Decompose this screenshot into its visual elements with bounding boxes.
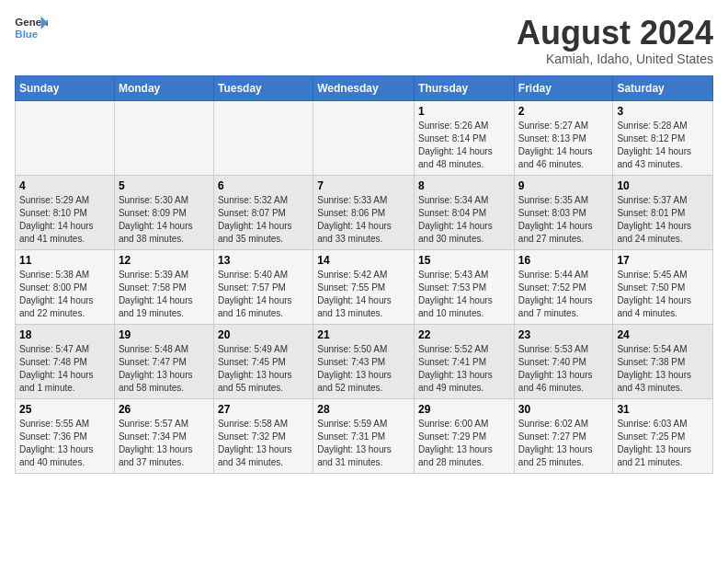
day-number: 30 xyxy=(518,403,609,416)
day-cell: 31Sunrise: 6:03 AMSunset: 7:25 PMDayligh… xyxy=(613,398,713,473)
day-number: 28 xyxy=(317,403,410,416)
day-number: 10 xyxy=(617,179,709,192)
day-number: 25 xyxy=(19,403,110,416)
day-info: Sunrise: 5:59 AMSunset: 7:31 PMDaylight:… xyxy=(317,418,410,469)
page-title: August 2024 xyxy=(517,15,713,52)
day-number: 20 xyxy=(218,328,309,341)
day-cell: 25Sunrise: 5:55 AMSunset: 7:36 PMDayligh… xyxy=(16,398,115,473)
day-header-monday: Monday xyxy=(114,75,213,100)
day-cell xyxy=(313,100,415,175)
day-number: 2 xyxy=(518,105,609,118)
day-info: Sunrise: 5:35 AMSunset: 8:03 PMDaylight:… xyxy=(518,194,609,246)
day-info: Sunrise: 5:38 AMSunset: 8:00 PMDaylight:… xyxy=(19,269,110,320)
day-info: Sunrise: 5:55 AMSunset: 7:36 PMDaylight:… xyxy=(19,418,110,469)
day-number: 22 xyxy=(418,328,510,341)
calendar-table: SundayMondayTuesdayWednesdayThursdayFrid… xyxy=(15,75,713,474)
day-number: 17 xyxy=(617,254,709,267)
day-number: 26 xyxy=(119,403,210,416)
day-number: 11 xyxy=(19,254,110,267)
day-info: Sunrise: 5:53 AMSunset: 7:40 PMDaylight:… xyxy=(518,343,609,395)
day-cell: 2Sunrise: 5:27 AMSunset: 8:13 PMDaylight… xyxy=(514,100,613,175)
day-info: Sunrise: 5:34 AMSunset: 8:04 PMDaylight:… xyxy=(418,194,510,246)
day-cell: 14Sunrise: 5:42 AMSunset: 7:55 PMDayligh… xyxy=(313,249,415,324)
day-header-tuesday: Tuesday xyxy=(213,75,313,100)
day-cell: 24Sunrise: 5:54 AMSunset: 7:38 PMDayligh… xyxy=(613,324,713,398)
svg-text:Blue: Blue xyxy=(15,29,38,40)
day-number: 7 xyxy=(317,179,410,192)
day-info: Sunrise: 6:00 AMSunset: 7:29 PMDaylight:… xyxy=(418,418,510,469)
day-cell: 15Sunrise: 5:43 AMSunset: 7:53 PMDayligh… xyxy=(415,249,515,324)
day-number: 8 xyxy=(418,179,510,192)
page-subtitle: Kamiah, Idaho, United States xyxy=(517,52,713,66)
day-number: 15 xyxy=(418,254,510,267)
week-row-1: 1Sunrise: 5:26 AMSunset: 8:14 PMDaylight… xyxy=(16,100,713,175)
day-info: Sunrise: 5:45 AMSunset: 7:50 PMDaylight:… xyxy=(617,269,709,320)
day-cell: 20Sunrise: 5:49 AMSunset: 7:45 PMDayligh… xyxy=(213,324,313,398)
day-number: 16 xyxy=(518,254,609,267)
day-cell xyxy=(16,100,115,175)
day-cell: 12Sunrise: 5:39 AMSunset: 7:58 PMDayligh… xyxy=(114,249,213,324)
day-info: Sunrise: 5:43 AMSunset: 7:53 PMDaylight:… xyxy=(418,269,510,320)
week-row-3: 11Sunrise: 5:38 AMSunset: 8:00 PMDayligh… xyxy=(16,249,713,324)
day-number: 31 xyxy=(617,403,709,416)
day-cell: 27Sunrise: 5:58 AMSunset: 7:32 PMDayligh… xyxy=(213,398,313,473)
title-area: August 2024 Kamiah, Idaho, United States xyxy=(517,15,713,66)
day-number: 4 xyxy=(19,179,110,192)
day-number: 27 xyxy=(218,403,309,416)
day-cell: 29Sunrise: 6:00 AMSunset: 7:29 PMDayligh… xyxy=(415,398,515,473)
week-row-4: 18Sunrise: 5:47 AMSunset: 7:48 PMDayligh… xyxy=(16,324,713,398)
day-info: Sunrise: 5:54 AMSunset: 7:38 PMDaylight:… xyxy=(617,343,709,395)
day-cell: 11Sunrise: 5:38 AMSunset: 8:00 PMDayligh… xyxy=(16,249,115,324)
day-cell: 5Sunrise: 5:30 AMSunset: 8:09 PMDaylight… xyxy=(114,175,213,249)
day-info: Sunrise: 5:33 AMSunset: 8:06 PMDaylight:… xyxy=(317,194,410,246)
day-cell: 3Sunrise: 5:28 AMSunset: 8:12 PMDaylight… xyxy=(613,100,713,175)
day-number: 23 xyxy=(518,328,609,341)
logo: General Blue xyxy=(15,15,48,42)
day-cell: 26Sunrise: 5:57 AMSunset: 7:34 PMDayligh… xyxy=(114,398,213,473)
day-info: Sunrise: 5:50 AMSunset: 7:43 PMDaylight:… xyxy=(317,343,410,395)
day-cell: 18Sunrise: 5:47 AMSunset: 7:48 PMDayligh… xyxy=(16,324,115,398)
day-number: 14 xyxy=(317,254,410,267)
day-info: Sunrise: 5:39 AMSunset: 7:58 PMDaylight:… xyxy=(119,269,210,320)
day-info: Sunrise: 6:03 AMSunset: 7:25 PMDaylight:… xyxy=(617,418,709,469)
day-cell: 6Sunrise: 5:32 AMSunset: 8:07 PMDaylight… xyxy=(213,175,313,249)
day-info: Sunrise: 5:58 AMSunset: 7:32 PMDaylight:… xyxy=(218,418,309,469)
day-cell: 1Sunrise: 5:26 AMSunset: 8:14 PMDaylight… xyxy=(415,100,515,175)
day-cell xyxy=(213,100,313,175)
day-info: Sunrise: 5:49 AMSunset: 7:45 PMDaylight:… xyxy=(218,343,309,395)
header: General Blue August 2024 Kamiah, Idaho, … xyxy=(15,15,713,66)
day-cell: 10Sunrise: 5:37 AMSunset: 8:01 PMDayligh… xyxy=(613,175,713,249)
day-number: 5 xyxy=(119,179,210,192)
day-number: 29 xyxy=(418,403,510,416)
day-number: 1 xyxy=(418,105,510,118)
day-number: 12 xyxy=(119,254,210,267)
day-cell: 21Sunrise: 5:50 AMSunset: 7:43 PMDayligh… xyxy=(313,324,415,398)
day-info: Sunrise: 6:02 AMSunset: 7:27 PMDaylight:… xyxy=(518,418,609,469)
day-header-wednesday: Wednesday xyxy=(313,75,415,100)
day-number: 21 xyxy=(317,328,410,341)
day-header-sunday: Sunday xyxy=(16,75,115,100)
day-number: 18 xyxy=(19,328,110,341)
day-cell: 16Sunrise: 5:44 AMSunset: 7:52 PMDayligh… xyxy=(514,249,613,324)
day-number: 3 xyxy=(617,105,709,118)
header-row: SundayMondayTuesdayWednesdayThursdayFrid… xyxy=(16,75,713,100)
day-info: Sunrise: 5:37 AMSunset: 8:01 PMDaylight:… xyxy=(617,194,709,246)
day-number: 19 xyxy=(119,328,210,341)
week-row-5: 25Sunrise: 5:55 AMSunset: 7:36 PMDayligh… xyxy=(16,398,713,473)
day-cell: 19Sunrise: 5:48 AMSunset: 7:47 PMDayligh… xyxy=(114,324,213,398)
week-row-2: 4Sunrise: 5:29 AMSunset: 8:10 PMDaylight… xyxy=(16,175,713,249)
day-info: Sunrise: 5:27 AMSunset: 8:13 PMDaylight:… xyxy=(518,120,609,171)
day-number: 13 xyxy=(218,254,309,267)
day-info: Sunrise: 5:29 AMSunset: 8:10 PMDaylight:… xyxy=(19,194,110,246)
day-info: Sunrise: 5:28 AMSunset: 8:12 PMDaylight:… xyxy=(617,120,709,171)
day-number: 6 xyxy=(218,179,309,192)
day-cell: 22Sunrise: 5:52 AMSunset: 7:41 PMDayligh… xyxy=(415,324,515,398)
day-info: Sunrise: 5:42 AMSunset: 7:55 PMDaylight:… xyxy=(317,269,410,320)
day-info: Sunrise: 5:47 AMSunset: 7:48 PMDaylight:… xyxy=(19,343,110,395)
day-cell: 17Sunrise: 5:45 AMSunset: 7:50 PMDayligh… xyxy=(613,249,713,324)
day-info: Sunrise: 5:52 AMSunset: 7:41 PMDaylight:… xyxy=(418,343,510,395)
day-number: 24 xyxy=(617,328,709,341)
day-cell: 30Sunrise: 6:02 AMSunset: 7:27 PMDayligh… xyxy=(514,398,613,473)
day-info: Sunrise: 5:40 AMSunset: 7:57 PMDaylight:… xyxy=(218,269,309,320)
day-info: Sunrise: 5:30 AMSunset: 8:09 PMDaylight:… xyxy=(119,194,210,246)
